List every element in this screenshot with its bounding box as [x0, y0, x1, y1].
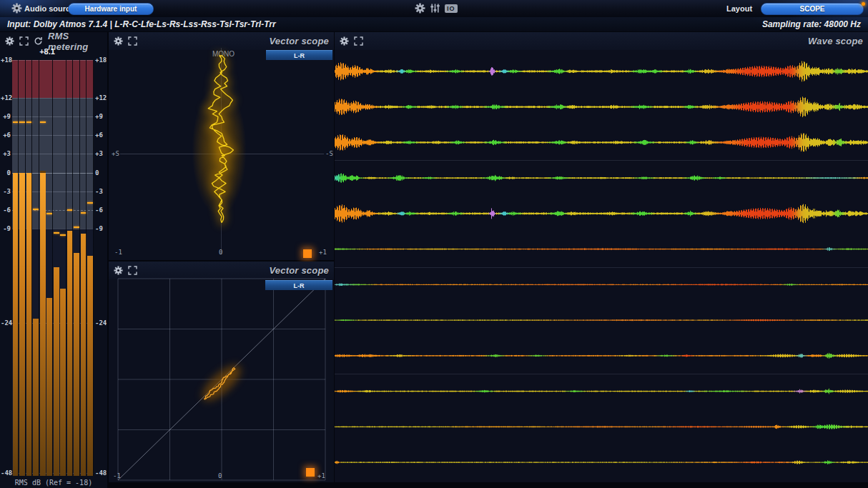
vector-scope-panel-bottom: Vector scope L-R -1 0 +1 — [109, 262, 334, 482]
vs2-title: Vector scope — [269, 265, 329, 276]
meter-scale-label-right: -6 — [95, 206, 107, 214]
vs1-plus-s-label: +S — [112, 150, 119, 157]
vs1-minus-s-label: -S — [325, 150, 333, 157]
ws-settings-gear-icon[interactable] — [340, 36, 349, 46]
io-routing-icon[interactable]: IO — [445, 4, 458, 13]
rms-meter: +18+18+12+12+9+9+6+6+3+300-3-3-6-6-9-9-2… — [0, 32, 107, 488]
mono-label: MONO — [212, 50, 235, 58]
vs2-pos1-label: +1 — [317, 472, 325, 479]
meter-scale-label-right: -48 — [95, 469, 107, 477]
meter-scale-label-right: +9 — [95, 113, 107, 120]
top-toolbar: Audio source Hardware input IO — [0, 0, 868, 17]
ws-expand-icon[interactable] — [354, 36, 363, 46]
vs1-horizontal-axis — [120, 154, 324, 154]
vector-scope-panel-top: Vector scope MONO L-R +S -S -1 0 +1 — [109, 32, 334, 260]
meter-scale-label-left: -24 — [1, 319, 11, 327]
audio-settings-gear-icon[interactable] — [11, 3, 22, 14]
input-format-text: Input: Dolby Atmos 7.1.4 | L-R-C-Lfe-Ls-… — [7, 19, 276, 29]
ws-header: Wave scope — [335, 32, 868, 50]
meter-scale-label-left: +18 — [1, 56, 11, 64]
ws-title: Wave scope — [808, 36, 863, 46]
vs1-expand-icon[interactable] — [128, 36, 137, 46]
meter-column-separators — [12, 60, 94, 476]
vs1-vertical-axis — [221, 48, 222, 254]
meter-scale-label-left: -3 — [1, 188, 11, 195]
wave-scope-panel: Wave scope — [335, 32, 868, 482]
info-bar: Input: Dolby Atmos 7.1.4 | L-R-C-Lfe-Ls-… — [0, 17, 868, 31]
vs1-mode-button[interactable]: L-R — [266, 50, 332, 60]
vs2-neg1-label: -1 — [113, 472, 121, 479]
vs1-neg1-label: -1 — [114, 249, 122, 256]
vs2-expand-icon[interactable] — [128, 266, 137, 275]
meter-scale-label-left: -9 — [1, 225, 11, 232]
meter-scale-label-left: -48 — [1, 469, 11, 477]
vs2-settings-gear-icon[interactable] — [114, 266, 123, 275]
vs2-mode-button[interactable]: L-R — [265, 280, 332, 290]
meter-scale-label-left: -6 — [1, 206, 11, 214]
app-window: Audio source Hardware input IO — [0, 0, 868, 488]
status-dot — [862, 2, 865, 6]
vs2-header: Vector scope — [109, 262, 334, 279]
vs1-pos1-label: +1 — [319, 249, 327, 256]
vs1-title: Vector scope — [269, 36, 329, 46]
meter-scale-label-right: -9 — [95, 225, 107, 232]
mixer-sliders-icon[interactable] — [430, 3, 440, 14]
waveform-display — [335, 54, 868, 480]
meter-scale-label-left: +12 — [1, 94, 11, 101]
meter-scale-label-left: +6 — [1, 131, 11, 139]
hardware-input-button[interactable]: Hardware input — [68, 3, 154, 15]
center-toolbar-icons: IO — [415, 3, 458, 14]
correlation-trace — [109, 262, 334, 482]
vs1-zero-label: 0 — [219, 249, 222, 256]
rms-footer-label: RMS dB (Ref = -18) — [0, 479, 107, 487]
vs2-level-square — [306, 468, 315, 477]
layout-label: Layout — [726, 4, 752, 13]
meter-scale-label-right: -3 — [95, 188, 107, 195]
vs1-level-square — [303, 249, 312, 258]
vs2-zero-label: 0 — [218, 472, 222, 479]
meter-scale-label-right: +12 — [95, 94, 107, 101]
settings-gear-icon[interactable] — [415, 3, 425, 14]
meter-scale-label-right: -24 — [95, 319, 107, 327]
rms-metering-panel: RMS metering +8.1 +18+18+12+12+9+9+6+6+3… — [0, 32, 107, 488]
meter-scale-label-right: +6 — [95, 131, 107, 139]
meter-scale-label-left: +9 — [1, 113, 11, 120]
scope-layout-button[interactable]: SCOPE — [761, 3, 864, 15]
audio-source-label: Audio source — [24, 4, 74, 13]
meter-scale-label-left: +3 — [1, 150, 11, 157]
meter-scale-label-right: +3 — [95, 150, 107, 157]
sampling-rate-text: Sampling rate: 48000 Hz — [762, 19, 861, 29]
meter-scale-label-right: 0 — [95, 169, 107, 176]
meter-scale-label-right: +18 — [95, 56, 107, 64]
meter-scale-label-left: 0 — [1, 169, 11, 176]
vs1-settings-gear-icon[interactable] — [114, 36, 123, 46]
